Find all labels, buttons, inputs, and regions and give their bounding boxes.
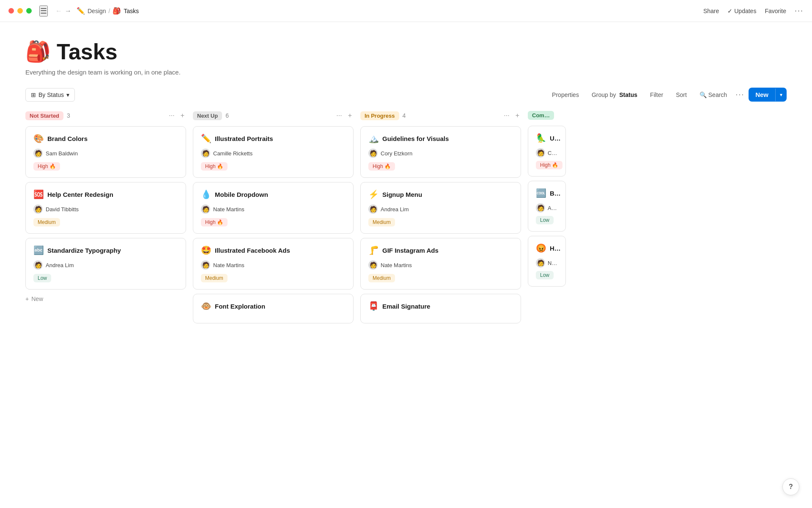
column-more-in-progress[interactable]: ··· [502, 111, 511, 120]
view-selector-button[interactable]: ⊞ By Status ▾ [25, 88, 75, 102]
card-illustrated-facebook-ads[interactable]: 🤩 Illustrated Facebook Ads 🧑 Nate Martin… [193, 238, 354, 290]
new-button[interactable]: New [749, 88, 775, 102]
traffic-lights [8, 8, 32, 14]
column-count-in-progress: 4 [403, 112, 406, 119]
check-icon: ✓ [727, 8, 732, 14]
avatar: 🧑 [368, 149, 378, 158]
column-actions-in-progress: ··· + [502, 111, 521, 120]
card-standardize-typography[interactable]: 🔤 Standardize Typography 🧑 Andrea Lim Lo… [25, 238, 186, 290]
column-add-next-up[interactable]: + [346, 111, 354, 120]
card-mobile-dropdown[interactable]: 💧 Mobile Dropdown 🧑 Nate Martins High 🔥 [193, 182, 354, 234]
sort-button[interactable]: Sort [672, 89, 691, 101]
card-title: Help Center Redesign [47, 191, 113, 198]
card-complete-2[interactable]: 🆒 B… 🧑 A… Low [528, 181, 566, 232]
card-emoji: 🐵 [201, 301, 211, 311]
close-button[interactable] [8, 8, 14, 14]
card-title: U… [550, 135, 561, 142]
card-assignee: 🧑 A… [536, 203, 558, 213]
maximize-button[interactable] [26, 8, 32, 14]
add-new-not-started[interactable]: + New [25, 294, 186, 304]
updates-button[interactable]: ✓ Updates [727, 8, 756, 14]
card-brand-colors[interactable]: 🎨 Brand Colors 🧑 Sam Baldwin High 🔥 [25, 126, 186, 178]
card-email-signature[interactable]: 📮 Email Signature [360, 294, 521, 323]
assignee-name: C… [548, 150, 557, 156]
titlebar: ☰ ← → ✏️ Design / 🎒 Tasks Share ✓ Update… [0, 0, 812, 22]
card-assignee: 🧑 Cory Etzkorn [368, 149, 513, 158]
column-add-not-started[interactable]: + [179, 111, 186, 120]
card-title: GIF Instagram Ads [382, 247, 439, 254]
card-title-row: 📮 Email Signature [368, 301, 513, 311]
card-emoji: 🎨 [33, 133, 44, 144]
page-icon: 🎒 [25, 40, 51, 64]
card-complete-3[interactable]: 😡 H… 🧑 N… Low [528, 236, 566, 287]
column-more-not-started[interactable]: ··· [167, 111, 176, 120]
titlebar-actions: Share ✓ Updates Favorite ··· [703, 6, 804, 15]
assignee-name: Nate Martins [213, 206, 244, 213]
assignee-name: Andrea Lim [381, 206, 409, 213]
back-button[interactable]: ← [55, 7, 62, 15]
column-add-in-progress[interactable]: + [514, 111, 521, 120]
toolbar-more-button[interactable]: ··· [735, 90, 744, 99]
share-label: Share [703, 8, 719, 14]
page-title: Tasks [57, 39, 118, 64]
card-assignee: 🧑 C… [536, 148, 558, 157]
card-emoji: 💧 [201, 189, 211, 199]
card-title-row: ✏️ Illustrated Portraits [201, 133, 346, 144]
more-button[interactable]: ··· [795, 6, 804, 15]
add-new-label: New [31, 295, 43, 302]
card-title-row: 🦵 GIF Instagram Ads [368, 245, 513, 255]
avatar: 🧑 [368, 204, 378, 214]
assignee-name: Nate Martins [213, 262, 244, 268]
share-button[interactable]: Share [703, 8, 719, 14]
priority-badge: Medium [33, 218, 60, 226]
properties-label: Properties [552, 91, 579, 98]
filter-button[interactable]: Filter [646, 89, 667, 101]
card-assignee: 🧑 Sam Baldwin [33, 149, 178, 158]
card-title: Brand Colors [47, 135, 88, 142]
updates-label: Updates [734, 8, 756, 14]
priority-badge: Medium [368, 218, 395, 226]
group-by-value: Status [619, 91, 637, 98]
favorite-button[interactable]: Favorite [765, 8, 786, 14]
column-count-next-up: 6 [225, 112, 229, 119]
breadcrumb-tasks: Tasks [123, 8, 139, 14]
column-badge-in-progress: In Progress [360, 111, 399, 120]
search-button[interactable]: 🔍 Search [695, 89, 731, 101]
column-count-not-started: 3 [67, 112, 70, 119]
filter-label: Filter [650, 91, 663, 98]
card-complete-1[interactable]: 🦜 U… 🧑 C… High 🔥 [528, 126, 566, 177]
priority-badge: High 🔥 [368, 162, 395, 171]
minimize-button[interactable] [17, 8, 23, 14]
card-help-center-redesign[interactable]: 🆘 Help Center Redesign 🧑 David Tibbitts … [25, 182, 186, 234]
card-guidelines-for-visuals[interactable]: 🏔️ Guidelines for Visuals 🧑 Cory Etzkorn… [360, 126, 521, 178]
column-in-progress: In Progress 4 ··· + 🏔️ Guidelines for Vi… [360, 111, 521, 328]
column-header-complete: Com… [528, 111, 566, 120]
card-gif-instagram-ads[interactable]: 🦵 GIF Instagram Ads 🧑 Nate Martins Mediu… [360, 238, 521, 290]
card-assignee: 🧑 Andrea Lim [33, 260, 178, 270]
breadcrumb-design[interactable]: Design [88, 8, 106, 14]
forward-button[interactable]: → [65, 7, 71, 15]
card-title: Mobile Dropdown [215, 191, 268, 198]
help-button[interactable]: ? [782, 478, 799, 495]
card-title-row: 🏔️ Guidelines for Visuals [368, 133, 513, 144]
priority-badge: High 🔥 [201, 162, 228, 171]
card-font-exploration[interactable]: 🐵 Font Exploration [193, 294, 354, 323]
menu-button[interactable]: ☰ [39, 6, 48, 17]
new-button-caret[interactable]: ▾ [775, 88, 787, 101]
breadcrumb-separator: / [109, 8, 110, 14]
assignee-name: Nate Martins [381, 262, 412, 268]
card-signup-menu[interactable]: ⚡ Signup Menu 🧑 Andrea Lim Medium [360, 182, 521, 234]
column-more-next-up[interactable]: ··· [335, 111, 343, 120]
group-by-button[interactable]: Group by Status [587, 89, 642, 101]
properties-button[interactable]: Properties [548, 89, 583, 101]
column-actions-not-started: ··· + [167, 111, 186, 120]
card-emoji: 😡 [536, 243, 546, 253]
chevron-down-icon: ▾ [66, 91, 69, 98]
column-badge-next-up: Next Up [193, 111, 222, 120]
card-emoji: ⚡ [368, 189, 379, 199]
card-title: Font Exploration [215, 303, 265, 310]
kanban-board: Not Started 3 ··· + 🎨 Brand Colors 🧑 Sam… [25, 111, 787, 328]
card-illustrated-portraits[interactable]: ✏️ Illustrated Portraits 🧑 Camille Ricke… [193, 126, 354, 178]
column-header-next-up: Next Up 6 ··· + [193, 111, 354, 120]
group-by-label: Group by [592, 91, 616, 98]
